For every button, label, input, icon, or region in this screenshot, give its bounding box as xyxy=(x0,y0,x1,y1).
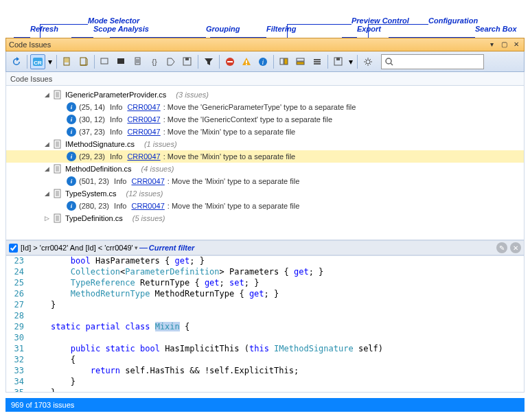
line-number: 26 xyxy=(6,289,31,300)
filter-checkbox[interactable] xyxy=(9,244,18,253)
line-number: 30 xyxy=(6,333,31,344)
issue-severity: Info xyxy=(112,202,128,210)
scope-file-button[interactable] xyxy=(60,54,75,69)
issue-row[interactable]: i(280, 23) Info CRR0047: Move the 'Mixin… xyxy=(6,200,524,212)
code-line: 27 } xyxy=(6,300,524,311)
issue-message: : Move the 'GenericParameterType' type t… xyxy=(163,103,356,111)
severity-error-button[interactable] xyxy=(222,54,238,69)
code-line: 33 return self.HasThis && !self.Explicit… xyxy=(6,366,524,377)
issue-location: (25, 14) xyxy=(79,103,105,111)
issue-count: (3 issues) xyxy=(176,91,209,99)
issue-count: (1 issues) xyxy=(144,140,177,148)
svg-rect-25 xyxy=(54,140,60,148)
line-number: 29 xyxy=(6,322,31,333)
code-text: static partial class Mixin { xyxy=(31,322,189,333)
expand-icon[interactable]: ◢ xyxy=(45,165,51,172)
expand-icon[interactable]: ◢ xyxy=(45,190,51,197)
issue-message: : Move the 'Mixin' type to a separate fi… xyxy=(163,128,296,136)
code-line: 23 bool HasParameters { get; } xyxy=(6,256,524,267)
group-ns-button[interactable]: {} xyxy=(147,54,162,69)
code-text: } xyxy=(31,377,76,388)
filter-clear-button[interactable]: ✕ xyxy=(510,242,521,253)
line-number: 24 xyxy=(6,267,31,278)
file-icon xyxy=(53,90,62,100)
filter-bar: [Id] > 'crr0042' And [Id] < 'crr0049' ▾ … xyxy=(5,240,525,255)
maximize-icon[interactable]: ▢ xyxy=(499,40,509,49)
code-line: 25 TypeReference ReturnType { get; set; … xyxy=(6,278,524,289)
filter-dropdown-icon[interactable]: ▾ xyxy=(135,244,138,251)
issue-location: (29, 23) xyxy=(79,152,105,161)
svg-rect-4 xyxy=(101,58,108,64)
window-title: Code Issues xyxy=(9,40,51,49)
preview-right-button[interactable] xyxy=(277,54,292,69)
file-node[interactable]: ◢IMethodSignature.cs(1 issues) xyxy=(6,138,524,150)
preview-bottom-button[interactable] xyxy=(293,54,308,69)
issue-row[interactable]: i(30, 12) Info CRR0047: Move the 'IGener… xyxy=(6,113,524,126)
severity-info-button[interactable]: i xyxy=(255,54,270,69)
issue-message: : Move the 'Mixin' type to a separate fi… xyxy=(168,177,300,185)
current-filter-annotation: Current filter xyxy=(149,244,195,252)
issue-severity: Info xyxy=(112,177,128,185)
issue-row[interactable]: i(25, 14) Info CRR0047: Move the 'Generi… xyxy=(6,101,524,113)
file-name: TypeDefinition.cs xyxy=(65,214,123,222)
code-text: MethodReturnType MethodReturnType { get;… xyxy=(31,289,279,300)
svg-rect-16 xyxy=(280,58,284,65)
mode-cr-button[interactable]: CR xyxy=(30,54,45,69)
code-line: 35 } xyxy=(6,388,524,393)
expand-icon[interactable]: ◢ xyxy=(45,91,51,98)
code-text: TypeReference ReturnType { get; set; } xyxy=(31,278,259,289)
issue-code-link[interactable]: CRR0047 xyxy=(127,103,160,111)
severity-warning-button[interactable] xyxy=(239,54,254,69)
config-button[interactable] xyxy=(360,54,376,69)
preview-none-button[interactable] xyxy=(310,54,325,69)
issue-tree[interactable]: ◢IGenericParameterProvider.cs(3 issues)i… xyxy=(5,86,525,240)
file-node[interactable]: ▷TypeDefinition.cs(5 issues) xyxy=(6,212,524,224)
filter-edit-button[interactable]: ✎ xyxy=(496,242,507,253)
code-text: Collection<ParameterDefinition> Paramete… xyxy=(31,267,323,278)
svg-rect-18 xyxy=(297,58,304,61)
issue-row[interactable]: i(37, 23) Info CRR0047: Move the 'Mixin'… xyxy=(6,126,524,138)
issue-code-link[interactable]: CRR0047 xyxy=(127,115,160,124)
svg-text:CR: CR xyxy=(34,60,42,66)
expand-icon[interactable]: ◢ xyxy=(45,141,51,148)
dropdown-icon[interactable]: ▾ xyxy=(487,40,496,49)
issue-code-link[interactable]: CRR0047 xyxy=(132,202,165,210)
issue-code-link[interactable]: CRR0047 xyxy=(132,177,165,185)
export-dropdown[interactable]: ▾ xyxy=(347,54,354,69)
refresh-button[interactable] xyxy=(9,54,24,69)
close-icon[interactable]: ✕ xyxy=(511,40,521,49)
filter-button[interactable] xyxy=(201,54,216,69)
svg-point-23 xyxy=(386,58,391,64)
issue-location: (280, 23) xyxy=(79,202,109,210)
search-box[interactable] xyxy=(381,54,484,69)
svg-rect-27 xyxy=(54,189,60,198)
search-input[interactable] xyxy=(393,58,481,66)
code-line: 29 static partial class Mixin { xyxy=(6,322,524,333)
file-node[interactable]: ◢TypeSystem.cs(12 issues) xyxy=(6,187,524,200)
filter-expression[interactable]: [Id] > 'crr0042' And [Id] < 'crr0049' xyxy=(21,244,133,252)
mode-dropdown[interactable]: ▾ xyxy=(47,54,54,69)
status-text: 969 of 1703 issues xyxy=(11,401,74,409)
group-save-button[interactable] xyxy=(180,54,195,69)
file-node[interactable]: ◢MethodDefinition.cs(4 issues) xyxy=(6,163,524,175)
issue-row[interactable]: i(501, 23) Info CRR0047: Move the 'Mixin… xyxy=(6,175,524,187)
issue-count: (4 issues) xyxy=(141,165,174,173)
group-flat-button[interactable] xyxy=(97,54,113,69)
issue-row[interactable]: i(29, 23) Info CRR0047: Move the 'Mixin'… xyxy=(6,150,524,163)
file-node[interactable]: ◢IGenericParameterProvider.cs(3 issues) xyxy=(6,89,524,101)
svg-text:i: i xyxy=(262,58,264,66)
group-tag-button[interactable] xyxy=(163,54,178,69)
scope-doc-button[interactable] xyxy=(76,54,91,69)
group-file-button[interactable] xyxy=(130,54,146,69)
file-icon xyxy=(53,213,62,223)
expand-icon[interactable]: ▷ xyxy=(45,215,51,222)
issue-code-link[interactable]: CRR0047 xyxy=(127,152,160,161)
code-preview[interactable]: 23 bool HasParameters { get; }24 Collect… xyxy=(5,255,525,393)
issue-code-link[interactable]: CRR0047 xyxy=(127,128,160,136)
svg-rect-21 xyxy=(336,58,340,60)
tree-header: Code Issues xyxy=(5,72,525,86)
issue-severity: Info xyxy=(108,128,124,136)
issue-location: (30, 12) xyxy=(79,115,105,124)
group-folder-button[interactable] xyxy=(114,54,129,69)
export-button[interactable] xyxy=(331,54,346,69)
